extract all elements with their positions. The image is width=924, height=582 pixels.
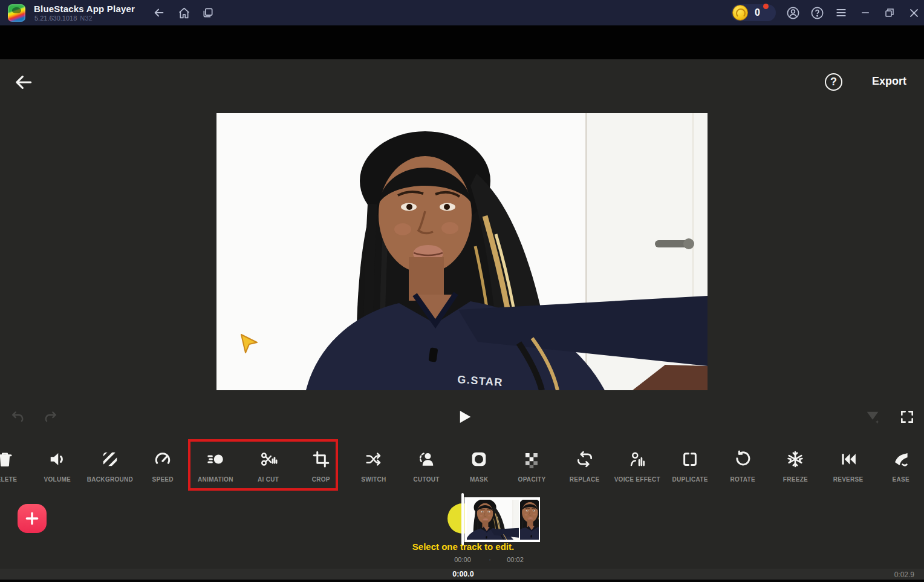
tool-ease[interactable]: EASE xyxy=(874,440,924,493)
tool-freeze[interactable]: FREEZE xyxy=(769,440,822,493)
multi-instance-icon[interactable] xyxy=(198,0,218,25)
tool-cutout[interactable]: CUTOUT xyxy=(400,440,453,493)
replace-icon xyxy=(576,449,594,469)
rotate-icon xyxy=(734,449,752,469)
coin-counter[interactable]: 0 xyxy=(731,4,776,21)
editor-help-icon[interactable]: ? xyxy=(825,73,842,91)
filter-icon[interactable] xyxy=(863,408,882,426)
current-time: 0:00.0 xyxy=(452,570,473,578)
notification-dot xyxy=(763,4,769,9)
tool-label: VOICE EFFECT xyxy=(614,476,660,483)
volume-icon xyxy=(48,449,67,469)
coin-icon xyxy=(732,5,748,21)
tool-label: ROTATE xyxy=(730,476,755,483)
tool-speed[interactable]: SPEED xyxy=(137,440,189,493)
cutout-icon xyxy=(417,449,435,469)
speed-icon xyxy=(154,449,172,469)
titlebar: BlueStacks App Player 5.21.630.1018N32 0 xyxy=(0,0,924,25)
plus-icon xyxy=(24,511,40,526)
mask-icon xyxy=(470,449,488,469)
track-thumbnail xyxy=(520,500,539,540)
tool-label: OPACITY xyxy=(518,476,546,483)
tool-label: REVERSE xyxy=(833,476,864,483)
tool-label: BACKGROUND xyxy=(87,476,133,483)
video-scene xyxy=(216,113,708,390)
tick-label: 00:02 xyxy=(507,556,524,563)
trash-icon xyxy=(0,449,14,469)
tool-label: FREEZE xyxy=(783,476,808,483)
tool-label: SPEED xyxy=(152,476,173,483)
add-media-button[interactable] xyxy=(18,504,47,533)
tool-label: AI CUT xyxy=(258,476,279,483)
help-icon[interactable] xyxy=(807,0,827,25)
close-icon[interactable] xyxy=(903,0,924,25)
tool-opacity[interactable]: OPACITY xyxy=(506,440,558,493)
tool-switch[interactable]: SWITCH xyxy=(347,440,400,493)
tool-crop[interactable]: CROP xyxy=(294,440,347,493)
reverse-icon xyxy=(839,449,857,469)
tool-label: VOLUME xyxy=(44,476,71,483)
editor-back-icon[interactable] xyxy=(15,73,34,92)
redo-icon[interactable] xyxy=(41,408,60,426)
tool-voice-effect[interactable]: VOICE EFFECT xyxy=(611,440,663,493)
letterbox-strip xyxy=(0,25,924,59)
menu-icon[interactable] xyxy=(831,0,851,25)
ai-cut-icon xyxy=(259,449,278,469)
playhead[interactable] xyxy=(461,493,464,546)
switch-icon xyxy=(365,449,383,469)
app-version: 5.21.630.1018N32 xyxy=(34,15,93,22)
tool-delete[interactable]: DELETE xyxy=(0,440,31,493)
tool-animation[interactable]: ANIMATION xyxy=(189,440,242,493)
tool-label: REPLACE xyxy=(570,476,600,483)
tool-label: DUPLICATE xyxy=(672,476,708,483)
video-preview[interactable] xyxy=(216,113,708,390)
tool-label: ANIMATION xyxy=(198,476,233,483)
app-title: BlueStacks App Player xyxy=(34,4,135,14)
undo-icon[interactable] xyxy=(8,408,28,426)
background-icon xyxy=(101,449,119,469)
freeze-icon xyxy=(786,449,804,469)
tool-replace[interactable]: REPLACE xyxy=(558,440,611,493)
tool-label: MASK xyxy=(470,476,489,483)
tool-label: CROP xyxy=(312,476,330,483)
tool-rotate[interactable]: ROTATE xyxy=(717,440,769,493)
tool-background[interactable]: BACKGROUND xyxy=(83,440,136,493)
ease-icon xyxy=(892,449,910,469)
export-button[interactable]: Export xyxy=(872,75,906,88)
duplicate-icon xyxy=(681,449,699,469)
crop-icon xyxy=(312,449,330,469)
bottom-strip xyxy=(0,580,924,582)
mouse-cursor-icon xyxy=(239,333,259,356)
tick-separator: · xyxy=(489,556,491,563)
build-number: N32 xyxy=(80,15,92,22)
tool-duplicate[interactable]: DUPLICATE xyxy=(663,440,716,493)
fullscreen-icon[interactable] xyxy=(899,408,916,425)
play-icon[interactable] xyxy=(454,407,474,427)
opacity-icon xyxy=(522,449,541,469)
coin-count: 0 xyxy=(755,7,760,18)
back-icon[interactable] xyxy=(149,0,169,25)
timeline-ruler: 00:00 · 00:02 xyxy=(0,556,924,566)
tool-label: EASE xyxy=(893,476,909,483)
tool-label: DELETE xyxy=(0,476,17,483)
video-track[interactable] xyxy=(464,497,540,542)
tool-volume[interactable]: VOLUME xyxy=(31,440,83,493)
account-icon[interactable] xyxy=(782,0,803,25)
restore-icon[interactable] xyxy=(879,0,900,25)
animation-icon xyxy=(206,449,224,469)
track-hint-text: Select one track to edit. xyxy=(373,541,554,552)
tool-ai-cut[interactable]: AI CUT xyxy=(242,440,294,493)
tool-label: CUTOUT xyxy=(413,476,439,483)
home-icon[interactable] xyxy=(174,0,194,25)
track-thumbnail xyxy=(467,500,519,540)
tool-reverse[interactable]: REVERSE xyxy=(822,440,874,493)
time-info-bar: 0:00.0 0:02.9 xyxy=(0,569,924,580)
bluestacks-logo-icon xyxy=(8,4,25,22)
edit-toolbar: DELETEVOLUMEBACKGROUNDSPEEDANIMATIONAI C… xyxy=(0,440,924,493)
voice-effect-icon xyxy=(628,449,646,469)
tick-label: 00:00 xyxy=(454,556,471,563)
minimize-icon[interactable] xyxy=(855,0,876,25)
bluestacks-window: BlueStacks App Player 5.21.630.1018N32 0 xyxy=(0,0,924,582)
tool-mask[interactable]: MASK xyxy=(453,440,506,493)
total-duration: 0:02.9 xyxy=(894,571,914,579)
